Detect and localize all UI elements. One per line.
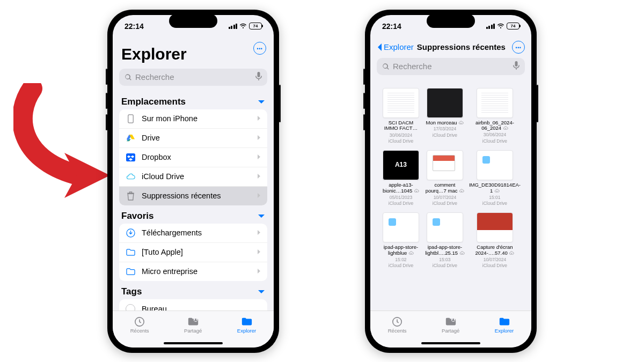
chevron-right-icon: [257, 153, 261, 161]
battery-icon: 74: [249, 23, 262, 29]
home-indicator: [421, 342, 480, 344]
file-item[interactable]: Mon morceau 17/03/2024iCloud Drive: [424, 88, 466, 144]
annotation-arrow: [13, 83, 115, 201]
dynamic-island: [169, 14, 217, 28]
clock-icon: [391, 316, 403, 327]
row-micro-entreprise[interactable]: Micro entreprise: [119, 262, 267, 281]
file-name: Capture d'écran 2024-….57.40: [468, 245, 522, 256]
ellipsis-icon: [257, 44, 263, 52]
chevron-right-icon: [257, 114, 261, 123]
folder-icon: [499, 316, 510, 327]
row-tag-bureau[interactable]: Bureau: [119, 299, 267, 311]
download-icon: [126, 228, 135, 238]
row-tuto-apple[interactable]: [Tuto Apple]: [119, 243, 267, 262]
tag-dot-icon: [126, 304, 135, 311]
tab-browse[interactable]: Explorer: [495, 316, 514, 334]
folder-icon: [126, 267, 135, 276]
file-name: Mon morceau: [425, 120, 465, 126]
row-downloads[interactable]: Téléchargements: [119, 224, 267, 243]
file-item[interactable]: IMG_DE30D91814EA-1 15:01iCloud Drive: [468, 150, 522, 206]
google-drive-icon: [126, 134, 135, 143]
row-icloud-drive[interactable]: iCloud Drive: [119, 167, 267, 187]
section-favorites-header[interactable]: Favoris: [119, 205, 267, 224]
file-date: 10/07/2024: [484, 257, 507, 262]
file-location: iCloud Drive: [389, 138, 413, 144]
file-item[interactable]: SCI DACM IMMO FACT…2024 30/06/2024iCloud…: [380, 88, 422, 144]
row-drive[interactable]: Drive: [119, 129, 267, 148]
row-dropbox[interactable]: Dropbox: [119, 148, 267, 167]
file-date: 30/06/2024: [484, 132, 507, 137]
chevron-right-icon: [257, 134, 261, 142]
tags-list: Bureau impôts Départ: [119, 299, 267, 311]
file-name: ipad-app-store-lightblue: [380, 245, 422, 256]
file-item[interactable]: ipad-app-store-lightblue 15:02iCloud Dri…: [380, 212, 422, 268]
chevron-right-icon: [257, 267, 261, 276]
cloud-download-icon: [503, 125, 508, 131]
section-tags-header[interactable]: Tags: [119, 281, 267, 299]
tab-recents[interactable]: Récents: [388, 316, 407, 334]
tab-shared[interactable]: Partagé: [442, 316, 459, 334]
file-date: 15:03: [439, 257, 450, 262]
phone-frame-right: 22:14 74 Explorer Suppressions récentes …: [365, 10, 537, 353]
battery-icon: 74: [507, 23, 519, 29]
folder-icon: [241, 316, 253, 327]
wifi-icon: [497, 23, 504, 29]
back-button[interactable]: Explorer: [377, 42, 414, 51]
page-title: Explorer: [113, 38, 274, 67]
file-thumbnail: [427, 88, 463, 118]
file-thumbnail: [477, 150, 513, 180]
status-time: 22:14: [382, 22, 401, 31]
file-item[interactable]: comment pourq…7 mac 10/07/2024iCloud Dri…: [424, 150, 466, 206]
cloud-download-icon: [414, 188, 419, 194]
cloud-download-icon: [459, 250, 465, 256]
chevron-right-icon: [257, 248, 261, 256]
file-date: 30/06/2024: [390, 132, 413, 138]
nav-header: Explorer Suppressions récentes: [370, 38, 531, 56]
file-name: comment pourq…7 mac: [424, 182, 466, 194]
clock-icon: [134, 316, 145, 327]
signal-icon: [229, 24, 238, 29]
locations-list: Sur mon iPhone Drive Dropbox iCloud Driv…: [119, 109, 267, 205]
more-button[interactable]: [512, 41, 525, 54]
file-item[interactable]: ipad-app-store-lightbl….25.15 15:03iClou…: [424, 212, 466, 268]
search-placeholder: Recherche: [135, 72, 174, 82]
chevron-right-icon: [257, 172, 261, 181]
status-time: 22:14: [125, 22, 144, 31]
signal-icon: [486, 24, 495, 29]
tab-shared[interactable]: Partagé: [184, 316, 202, 334]
row-recently-deleted[interactable]: Suppressions récentes: [119, 187, 267, 205]
section-locations-header[interactable]: Emplacements: [119, 91, 267, 109]
chevron-right-icon: [257, 191, 261, 200]
file-location: iCloud Drive: [389, 201, 413, 206]
file-location: iCloud Drive: [482, 201, 507, 206]
cloud-download-icon: [494, 188, 500, 194]
iphone-icon: [126, 114, 135, 123]
search-field[interactable]: Recherche: [119, 69, 267, 86]
folder-icon: [126, 248, 135, 257]
file-location: iCloud Drive: [433, 201, 457, 206]
file-item[interactable]: airbnb_06_2024-06_2024 30/06/2024iCloud …: [468, 88, 522, 144]
ellipsis-icon: [516, 43, 522, 51]
file-thumbnail: [477, 212, 513, 242]
file-date: 10/07/2024: [434, 195, 457, 200]
file-location: iCloud Drive: [433, 263, 457, 268]
chevron-down-icon: [258, 211, 265, 221]
favorites-list: Téléchargements [Tuto Apple] Micro entre…: [119, 224, 267, 281]
file-item[interactable]: A13apple-a13-bionic…1045 05/01/2023iClou…: [380, 150, 422, 206]
file-date: 05/01/2023: [390, 195, 413, 200]
file-item[interactable]: Capture d'écran 2024-….57.40 10/07/2024i…: [468, 212, 522, 268]
more-button[interactable]: [253, 42, 266, 55]
nav-title: Suppressions récentes: [417, 42, 506, 51]
tab-recents[interactable]: Récents: [130, 316, 149, 334]
row-on-my-iphone[interactable]: Sur mon iPhone: [119, 109, 267, 129]
tab-browse[interactable]: Explorer: [237, 316, 256, 334]
cloud-download-icon: [459, 188, 464, 194]
search-field[interactable]: Recherche: [377, 58, 525, 75]
dynamic-island: [427, 14, 475, 28]
file-thumbnail: [477, 88, 513, 118]
svg-rect-0: [128, 114, 133, 122]
file-thumbnail: [427, 212, 463, 242]
trash-icon: [126, 191, 135, 201]
chevron-left-icon: [377, 43, 383, 51]
file-date: 15:01: [489, 195, 500, 200]
